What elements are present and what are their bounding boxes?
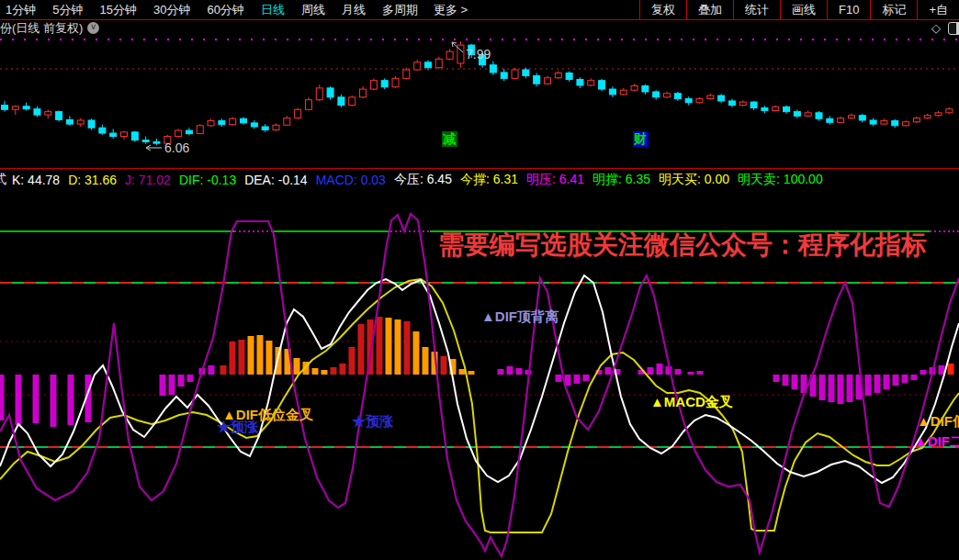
indicator-value: 今撑: 6.31 [460, 172, 518, 188]
period-tab[interactable]: 15分钟 [91, 2, 144, 18]
indicator-value: 明撑: 6.35 [592, 172, 650, 188]
indicator-value: 明天买: 0.00 [659, 172, 729, 188]
more-periods-button[interactable]: 更多 > [426, 2, 475, 18]
toolbar-action-button[interactable]: 复权 [639, 0, 686, 19]
toolbar-action-button[interactable]: 统计 [733, 0, 780, 19]
period-tab[interactable]: 30分钟 [145, 2, 198, 18]
indicator-value: 明压: 6.41 [526, 172, 584, 188]
toolbar-action-button[interactable]: 画线 [780, 0, 827, 19]
indicator-canvas[interactable] [0, 190, 959, 560]
indicator-value: D: 31.66 [68, 173, 117, 187]
toolbar-action-button[interactable]: +自 [917, 0, 959, 19]
candlestick-canvas[interactable]: 7.996.06减财 [0, 36, 959, 168]
chevron-down-icon[interactable]: ˅ [87, 22, 99, 34]
indicator-value: 明天卖: 100.00 [738, 172, 823, 188]
svg-text:减: 减 [443, 131, 457, 146]
period-tab[interactable]: 1分钟 [0, 2, 44, 18]
svg-text:6.06: 6.06 [164, 140, 189, 155]
price-chart[interactable]: 7.996.06减财 [0, 36, 959, 168]
period-tabs: 1分钟5分钟15分钟30分钟60分钟日线周线月线多周期 [0, 2, 426, 18]
period-tab[interactable]: 5分钟 [44, 2, 91, 18]
toolbar-action-button[interactable]: 标记 [870, 0, 917, 19]
chart-title: 份(日线 前复权) [0, 20, 83, 37]
period-tab[interactable]: 60分钟 [198, 2, 252, 18]
period-tab[interactable]: 多周期 [374, 2, 426, 18]
trading-app-window: { "toolbar": { "periods": [ {"label": "1… [0, 0, 959, 560]
toolbar-action-button[interactable]: 叠加 [686, 0, 733, 19]
toolbar-action-button[interactable]: F10 [827, 0, 870, 19]
period-toolbar: 1分钟5分钟15分钟30分钟60分钟日线周线月线多周期 更多 > 复权叠加统计画… [0, 0, 959, 20]
period-tab[interactable]: 周线 [293, 2, 333, 18]
period-tab[interactable]: 月线 [333, 2, 374, 18]
toolbar-actions: 复权叠加统计画线F10标记+自 [639, 0, 959, 19]
split-window-icon[interactable] [948, 22, 959, 35]
indicator-value: 式 [0, 172, 6, 188]
diamond-icon[interactable]: ◇ [931, 21, 941, 35]
indicator-chart[interactable] [0, 190, 959, 560]
svg-text:财: 财 [633, 131, 647, 146]
indicator-value: 今压: 6.45 [394, 172, 452, 188]
svg-text:7.99: 7.99 [466, 47, 491, 62]
indicator-values-row: 式K: 44.78D: 31.66J: 71.02DIF: -0.13DEA: … [0, 168, 959, 191]
indicator-value: DEA: -0.14 [244, 173, 307, 187]
period-tab[interactable]: 日线 [253, 2, 293, 18]
indicator-value: K: 44.78 [12, 173, 60, 187]
indicator-value: J: 71.02 [125, 173, 171, 187]
indicator-value: DIF: -0.13 [179, 173, 236, 187]
indicator-value: MACD: 0.03 [316, 173, 386, 187]
chart-title-row: 份(日线 前复权) ˅ ◇ [0, 20, 959, 36]
